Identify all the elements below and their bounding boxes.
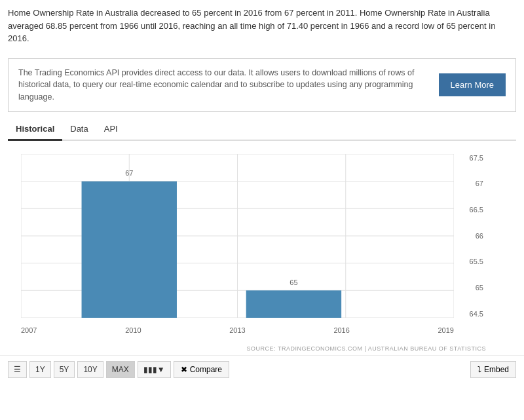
- svg-text:65: 65: [290, 278, 297, 286]
- y-label-66: 66: [476, 232, 483, 240]
- compare-icon: ✖: [181, 365, 187, 374]
- svg-rect-12: [82, 181, 177, 318]
- 1y-button[interactable]: 1Y: [29, 361, 51, 378]
- 5y-button[interactable]: 5Y: [54, 361, 75, 378]
- x-label-2013: 2013: [229, 326, 245, 334]
- y-label-645: 64.5: [470, 310, 483, 318]
- compare-button[interactable]: ✖ Compare: [174, 361, 229, 378]
- api-banner: The Trading Economics API provides direc…: [8, 58, 516, 112]
- chart-area: 67 65 67.5 67 66.5 66 65.5 65 64.5 2007 …: [8, 141, 516, 344]
- y-label-67: 67: [476, 180, 483, 187]
- menu-icon: ☰: [14, 365, 21, 374]
- embed-button[interactable]: ⤵ Embed: [470, 361, 516, 378]
- y-axis: 67.5 67 66.5 66 65.5 65 64.5: [454, 154, 483, 318]
- description-text: Home Ownership Rate in Australia decreas…: [0, 0, 524, 52]
- x-axis: 2007 2010 2013 2016 2019: [21, 326, 454, 334]
- x-label-2019: 2019: [438, 326, 454, 334]
- y-label-665: 66.5: [470, 206, 483, 214]
- toolbar-left: ☰ 1Y 5Y 10Y MAX ▮▮▮▼ ✖ Compare: [8, 361, 229, 378]
- learn-more-button[interactable]: Learn More: [439, 73, 506, 96]
- menu-icon-button[interactable]: ☰: [8, 361, 27, 378]
- tab-api[interactable]: API: [96, 119, 126, 141]
- svg-text:67: 67: [125, 168, 133, 176]
- y-label-65: 65: [476, 284, 483, 292]
- embed-label: Embed: [484, 365, 509, 374]
- embed-icon: ⤵: [477, 365, 481, 374]
- api-banner-text: The Trading Economics API provides direc…: [18, 67, 426, 104]
- chart-source: SOURCE: TRADINGECONOMICS.COM | AUSTRALIA…: [0, 345, 486, 352]
- max-button[interactable]: MAX: [106, 361, 135, 378]
- tabs-row: Historical Data API: [8, 119, 516, 141]
- svg-rect-14: [246, 290, 341, 318]
- x-label-2016: 2016: [333, 326, 349, 334]
- chart-type-icon: ▮▮▮▼: [143, 365, 165, 374]
- x-label-2010: 2010: [125, 326, 141, 334]
- bottom-toolbar: ☰ 1Y 5Y 10Y MAX ▮▮▮▼ ✖ Compare ⤵ Embed: [0, 355, 524, 383]
- chart-inner: 67 65 67.5 67 66.5 66 65.5 65 64.5 2007 …: [21, 154, 483, 318]
- compare-label: Compare: [190, 365, 222, 374]
- 10y-button[interactable]: 10Y: [77, 361, 103, 378]
- chart-grid: 67 65: [21, 154, 454, 318]
- tab-historical[interactable]: Historical: [8, 119, 62, 141]
- y-label-675: 67.5: [470, 154, 483, 162]
- chart-type-button[interactable]: ▮▮▮▼: [138, 361, 171, 378]
- y-label-655: 65.5: [470, 258, 483, 265]
- x-label-2007: 2007: [21, 326, 37, 334]
- tab-data[interactable]: Data: [62, 119, 96, 141]
